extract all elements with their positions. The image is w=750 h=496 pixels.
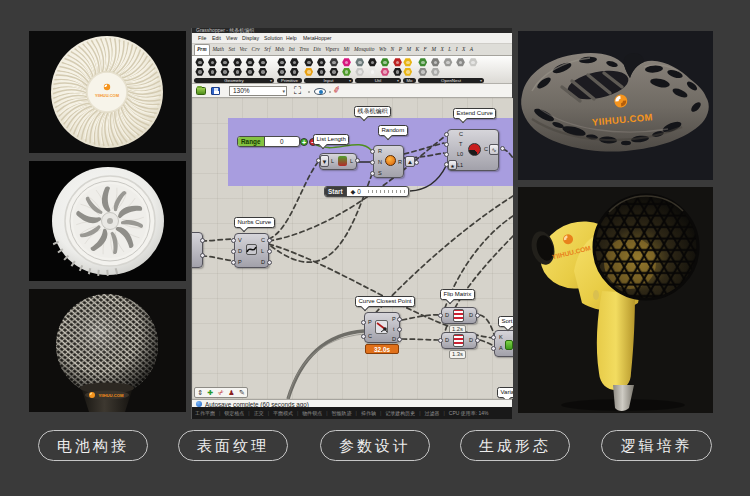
rhino-status-segment-7[interactable]: 记录建构历史: [385, 410, 415, 416]
input-port[interactable]: [370, 149, 375, 154]
component-icon[interactable]: [380, 68, 390, 77]
slider-name[interactable]: Range: [238, 137, 265, 146]
component-tab-18[interactable]: F: [422, 44, 428, 52]
preview-eye-icon[interactable]: [314, 88, 326, 95]
open-file-icon[interactable]: [196, 87, 206, 95]
output-port[interactable]: [267, 249, 272, 254]
component-icon[interactable]: [443, 58, 453, 67]
component-tab-3[interactable]: Vec: [238, 44, 248, 52]
slider-name[interactable]: Start: [325, 187, 347, 196]
component-icon[interactable]: [456, 58, 466, 67]
menu-display[interactable]: Display: [242, 35, 259, 41]
input-port[interactable]: [438, 338, 443, 343]
component-icon[interactable]: [403, 68, 413, 77]
component-tab-16[interactable]: M: [405, 44, 413, 52]
component-icon[interactable]: [258, 68, 268, 77]
group-label-geometry[interactable]: Geometry▾: [194, 78, 274, 84]
component-tab-4[interactable]: Crv: [250, 44, 261, 52]
component-tab-10[interactable]: Vipers: [324, 44, 341, 52]
pill-button-parameter[interactable]: 参数设计: [320, 430, 430, 461]
pill-button-logic[interactable]: 逻辑培养: [601, 430, 712, 461]
graph-attach[interactable]: ∿: [489, 144, 499, 155]
gh-canvas[interactable]: Range 0 + − List Length ▼ L L Random R N…: [192, 98, 513, 399]
component-icon[interactable]: [393, 58, 403, 67]
rhino-status-segment-1[interactable]: 锁定格点: [224, 410, 244, 416]
component-icon[interactable]: [355, 58, 365, 67]
component-icon[interactable]: [277, 58, 287, 67]
widget-figure-icon[interactable]: ♟: [228, 388, 234, 397]
component-icon[interactable]: [258, 58, 268, 67]
component-tab-0[interactable]: Prm: [194, 44, 210, 55]
rhino-status-segment-2[interactable]: 正交: [254, 410, 264, 416]
rhino-status-segment-3[interactable]: 平面模式: [273, 410, 293, 416]
zoom-extents-icon[interactable]: ⛶: [294, 86, 304, 96]
component-tab-9[interactable]: Dis: [312, 44, 323, 52]
group-label-mo[interactable]: Mo: [403, 78, 416, 84]
save-file-icon[interactable]: [211, 87, 220, 95]
component-icon[interactable]: [329, 68, 339, 77]
component-icon[interactable]: [380, 58, 390, 67]
rhino-status-segment-5[interactable]: 智能轨迹: [332, 410, 352, 416]
menu-help[interactable]: Help: [286, 35, 297, 41]
output-port[interactable]: [397, 337, 402, 342]
component-icon[interactable]: [342, 58, 352, 67]
slider-value[interactable]: ◆ 0: [347, 187, 368, 196]
menu-file[interactable]: File: [198, 35, 206, 41]
component-tab-2[interactable]: Set: [227, 44, 237, 52]
menu-view[interactable]: View: [226, 35, 237, 41]
output-port[interactable]: [475, 313, 480, 318]
output-port[interactable]: [414, 160, 419, 165]
component-icon[interactable]: [195, 58, 205, 67]
component-icon[interactable]: [317, 68, 327, 77]
component-icon[interactable]: [195, 68, 205, 77]
input-port[interactable]: [231, 249, 236, 254]
widget-scissors-icon[interactable]: ✂: [216, 387, 226, 398]
widget-add-icon[interactable]: ✚: [208, 388, 214, 397]
component-icon[interactable]: [290, 58, 300, 67]
input-port[interactable]: [316, 158, 321, 163]
rhino-status-segment-6[interactable]: 操作轴: [361, 410, 376, 416]
input-port[interactable]: [231, 260, 236, 265]
component-tab-12[interactable]: Mosquito: [353, 44, 376, 52]
sketch-pen-icon[interactable]: ✐: [332, 84, 342, 96]
component-icon[interactable]: [304, 58, 314, 67]
menu-metahopper[interactable]: MetaHopper: [303, 35, 332, 41]
input-port[interactable]: [370, 171, 375, 176]
component-icon[interactable]: [233, 68, 243, 77]
output-port[interactable]: [355, 158, 360, 163]
star-attach[interactable]: ★: [448, 160, 457, 170]
zoom-dropdown[interactable]: 130%▾: [229, 86, 287, 96]
component-icon[interactable]: [355, 68, 365, 77]
pill-button-generate[interactable]: 生成形态: [460, 430, 570, 461]
component-tab-17[interactable]: K: [414, 44, 421, 52]
component-tab-7[interactable]: Int: [287, 44, 296, 52]
output-port[interactable]: [500, 146, 505, 151]
component-icon[interactable]: [393, 68, 403, 77]
input-port[interactable]: [370, 160, 375, 165]
component-tab-20[interactable]: X: [439, 44, 445, 52]
component-tab-19[interactable]: M: [430, 44, 438, 52]
component-tab-6[interactable]: Msh: [273, 44, 285, 52]
pill-button-surface[interactable]: 表面纹理: [178, 430, 288, 461]
input-port[interactable]: [444, 142, 449, 147]
input-port[interactable]: [444, 162, 449, 167]
menu-solution[interactable]: Solution: [264, 35, 283, 41]
slider-track[interactable]: [368, 190, 405, 193]
component-icon[interactable]: [220, 58, 230, 67]
menu-edit[interactable]: Edit: [212, 35, 221, 41]
output-port[interactable]: [267, 260, 272, 265]
slider-plus-button[interactable]: +: [300, 138, 308, 146]
component-tab-22[interactable]: I: [454, 44, 459, 52]
component-icon[interactable]: [290, 68, 300, 77]
component-tab-23[interactable]: X: [461, 44, 467, 52]
input-port[interactable]: [491, 335, 496, 340]
component-tab-1[interactable]: Math: [211, 44, 225, 52]
component-icon[interactable]: [418, 58, 428, 67]
group-label-primitive[interactable]: Primitive: [277, 78, 302, 84]
component-icon[interactable]: [233, 58, 243, 67]
input-port[interactable]: [438, 313, 443, 318]
component-icon[interactable]: [342, 68, 352, 77]
component-tab-21[interactable]: L: [447, 44, 453, 52]
component-icon[interactable]: [304, 68, 314, 77]
component-tab-8[interactable]: Trns: [298, 44, 311, 52]
